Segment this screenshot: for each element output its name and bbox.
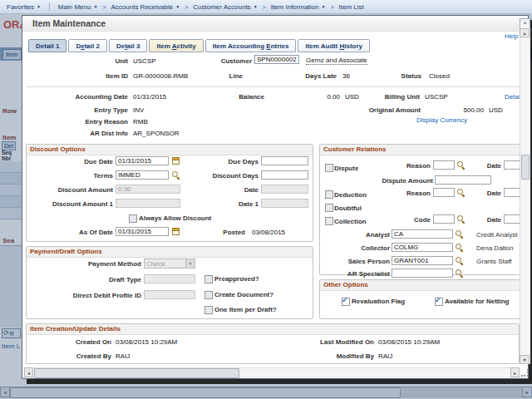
posted-value: 03/08/2015	[252, 229, 285, 236]
scroll-right-icon[interactable]: ▸	[510, 367, 520, 377]
customer-name-link[interactable]: Gernz and Associate	[306, 57, 367, 65]
tab-detail-2[interactable]: Detail 2	[68, 39, 106, 52]
sales-person-lookup-icon[interactable]	[456, 257, 463, 264]
sales-person-label: Sales Person	[323, 258, 390, 265]
discount-amount1-label: Discount Amount 1	[29, 200, 113, 208]
breadcrumb-item-item-information[interactable]: Item Information ▼	[271, 3, 326, 11]
dispute-amount-input[interactable]	[435, 175, 491, 185]
as-of-date-calendar-icon[interactable]	[172, 228, 180, 235]
revaluation-flag-checkbox[interactable]	[342, 298, 350, 306]
due-days-input[interactable]	[261, 156, 308, 165]
payment-method-select: Check ▼	[144, 259, 195, 268]
analyst-lookup-icon[interactable]	[456, 230, 463, 238]
deduction-reason-lookup-icon[interactable]	[457, 189, 465, 196]
doubtful-checkbox[interactable]	[325, 204, 333, 212]
always-allow-discount-checkbox[interactable]	[129, 214, 137, 223]
collection-checkbox[interactable]	[325, 217, 333, 225]
balance-label: Balance	[216, 93, 264, 101]
deduction-checkbox[interactable]	[325, 190, 333, 199]
draft-type-input	[144, 274, 195, 283]
breadcrumb-label: Item List	[339, 3, 364, 11]
collection-label: Collection	[334, 218, 367, 225]
dispute-reason-lookup-icon[interactable]	[457, 161, 465, 169]
collector-input[interactable]	[392, 243, 453, 252]
original-amount-currency: USD	[489, 106, 503, 114]
deduction-reason-input[interactable]	[433, 188, 455, 197]
breadcrumb-main-menu[interactable]: Main Menu ▼	[58, 3, 98, 11]
divider	[26, 86, 520, 87]
collection-code-input[interactable]	[433, 214, 455, 224]
modified-by-value: RAIJ	[378, 352, 392, 360]
tab-item-accounting-entries[interactable]: Item Accounting Entries	[205, 39, 297, 52]
vscroll-thumb[interactable]	[521, 155, 530, 180]
deduction-reason-label: Reason	[372, 190, 431, 197]
tab-item-audit-history[interactable]: Item Audit History	[298, 39, 370, 52]
balance-value: 0.00	[297, 93, 340, 101]
breadcrumb-label: Accounts Receivable	[111, 3, 173, 11]
display-currency-link[interactable]: Display Currency	[416, 116, 467, 124]
scroll-left-icon[interactable]: ◂	[24, 367, 33, 377]
breadcrumb-item-customer-accounts[interactable]: Customer Accounts ▼	[193, 3, 257, 11]
breadcrumb-separator: >	[185, 4, 188, 10]
tab-detail-1[interactable]: Detail 1	[28, 39, 66, 52]
terms-input[interactable]	[116, 170, 169, 180]
dispute-reason-label: Reason	[372, 162, 431, 170]
one-item-per-draft-checkbox[interactable]	[204, 306, 213, 314]
analyst-input[interactable]	[392, 229, 453, 239]
preapproved-checkbox[interactable]	[204, 275, 213, 283]
collection-code-lookup-icon[interactable]	[457, 215, 465, 223]
resize-grip[interactable]	[521, 369, 529, 377]
breadcrumb-divider	[49, 2, 50, 11]
tab-label: ntries	[271, 42, 289, 50]
breadcrumb-favorites-label: Favorites	[7, 3, 34, 11]
due-date-label: Due Date	[29, 158, 113, 165]
discount-amount-input	[116, 185, 180, 194]
tab-label: istory	[344, 42, 362, 50]
chevron-down-icon: ▼	[321, 4, 325, 9]
scroll-up-icon[interactable]: ▴	[520, 28, 530, 37]
dispute-reason-input[interactable]	[433, 160, 455, 170]
ar-specialist-input[interactable]	[392, 268, 453, 278]
scroll-down-icon[interactable]: ▾	[520, 355, 530, 364]
terms-lookup-icon[interactable]	[172, 171, 180, 179]
created-on-value: 03/08/2015 10:29AM	[116, 338, 177, 346]
tab-item-activity[interactable]: Item Activity	[149, 39, 203, 52]
help-link[interactable]: Help	[505, 32, 518, 40]
create-document-checkbox[interactable]	[204, 291, 213, 299]
tab-detail-3[interactable]: Detail 3	[109, 39, 147, 52]
payment-draft-options-title: Payment/Draft Options	[27, 247, 313, 258]
original-amount-value: 500.00	[438, 106, 484, 114]
breadcrumb-label: Customer Accounts	[193, 3, 250, 11]
discount-date1-label: Date 1	[185, 200, 259, 208]
collector-lookup-icon[interactable]	[456, 244, 463, 251]
ar-specialist-lookup-icon[interactable]	[456, 269, 463, 277]
discount-date1-input	[261, 199, 308, 208]
due-date-input[interactable]	[116, 156, 169, 165]
due-date-calendar-icon[interactable]	[172, 157, 180, 165]
discount-days-input[interactable]	[261, 170, 308, 180]
payment-method-value: Check	[145, 260, 185, 268]
collection-date-label: Date	[476, 216, 501, 224]
item-id-label: Item ID	[45, 72, 128, 80]
as-of-date-input[interactable]	[116, 227, 169, 236]
direct-debit-profile-id-label: Direct Debit Profile ID	[29, 292, 141, 299]
sales-person-input[interactable]	[392, 256, 453, 265]
breadcrumb-favorites[interactable]: Favorites ▼	[7, 3, 41, 11]
breadcrumb-separator: >	[263, 4, 266, 10]
always-allow-discount-label: Always Allow Discount	[139, 214, 211, 222]
item-creation-update-title: Item Creation/Update Details	[27, 324, 519, 335]
collector-name: Dena Dalton	[476, 244, 513, 252]
modified-by-label: Modified By	[264, 352, 374, 360]
dispute-checkbox[interactable]	[325, 164, 333, 172]
sales-person-name: Grants Staff	[476, 258, 512, 265]
customer-id-field[interactable]: SPN0000002	[254, 55, 299, 64]
available-for-netting-label: Available for Netting	[445, 298, 510, 305]
breadcrumb-item-item-list[interactable]: Item List	[339, 3, 364, 11]
doubtful-label: Doubtful	[334, 204, 362, 212]
days-late-value: 36	[342, 72, 350, 80]
chevron-down-icon: ▼	[93, 4, 97, 9]
tab-label: tail 2	[85, 42, 100, 50]
hscroll-thumb[interactable]	[34, 368, 239, 378]
available-for-netting-checkbox[interactable]	[435, 298, 443, 306]
breadcrumb-item-accounts-receivable[interactable]: Accounts Receivable ▼	[111, 3, 180, 11]
